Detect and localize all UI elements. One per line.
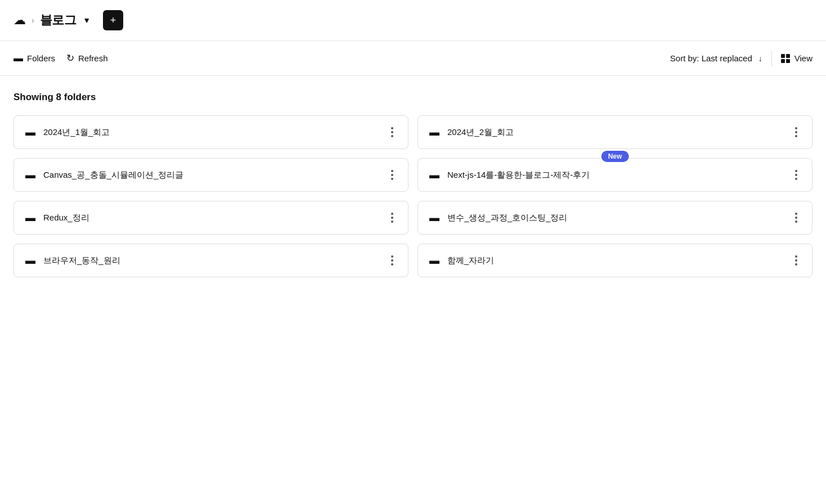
chevron-down-icon[interactable]: ▼	[83, 16, 91, 25]
toolbar-divider	[771, 51, 772, 66]
folder-left: ▬변수_생성_과정_호이스팅_정리	[429, 212, 567, 224]
folder-left: ▬Next-js-14를-활용한-블로그-제작-후기	[429, 169, 590, 181]
view-label: View	[794, 53, 812, 63]
add-folder-button[interactable]: +	[103, 10, 123, 30]
folder-left: ▬브라우저_동작_원리	[25, 255, 120, 267]
folder-icon: ▬	[429, 169, 439, 181]
more-options-button[interactable]	[792, 212, 801, 224]
folder-icon: ▬	[25, 212, 35, 224]
folders-grid: ▬2024년_1월_회고▬2024년_2월_회고▬Canvas_공_충돌_시뮬레…	[14, 115, 812, 277]
sort-button[interactable]: Sort by: Last replaced ↓	[670, 51, 762, 65]
folder-icon: ▬	[429, 212, 439, 224]
folder-item[interactable]: ▬함께_자라기	[418, 244, 812, 277]
folder-name: 2024년_1월_회고	[43, 127, 110, 138]
folder-icon: ▬	[429, 127, 439, 138]
folder-left: ▬2024년_1월_회고	[25, 127, 110, 138]
refresh-button[interactable]: ↻ Refresh	[66, 50, 108, 66]
sort-label: Sort by: Last replaced	[670, 53, 752, 63]
toolbar: ▬ Folders ↻ Refresh Sort by: Last replac…	[0, 41, 826, 76]
folder-item[interactable]: ▬2024년_1월_회고	[14, 115, 408, 149]
folder-name: 브라우저_동작_원리	[43, 255, 120, 266]
folder-item[interactable]: ▬변수_생성_과정_호이스팅_정리	[418, 201, 812, 235]
grid-view-icon	[781, 54, 790, 63]
more-options-button[interactable]	[792, 254, 801, 267]
folders-label: Folders	[27, 53, 55, 63]
breadcrumb-title: 블로그	[40, 12, 77, 29]
toolbar-left: ▬ Folders ↻ Refresh	[14, 50, 659, 66]
more-options-button[interactable]	[792, 169, 801, 181]
folders-button[interactable]: ▬ Folders	[14, 51, 55, 66]
folder-name: Redux_정리	[43, 213, 89, 223]
cloud-icon[interactable]: ☁	[14, 13, 26, 28]
folder-icon: ▬	[25, 127, 35, 138]
folder-name: Next-js-14를-활용한-블로그-제작-후기	[447, 170, 590, 181]
breadcrumb-separator: ›	[32, 16, 34, 25]
more-options-button[interactable]	[388, 212, 397, 224]
folder-item[interactable]: ▬2024년_2월_회고	[418, 115, 812, 149]
folder-item[interactable]: New▬Next-js-14를-활용한-블로그-제작-후기	[418, 158, 812, 192]
folder-item[interactable]: ▬Canvas_공_충돌_시뮬레이션_정리글	[14, 158, 408, 192]
folder-item[interactable]: ▬브라우저_동작_원리	[14, 244, 408, 277]
sort-arrow-icon: ↓	[758, 54, 762, 63]
folder-name: 함께_자라기	[447, 255, 494, 266]
more-options-button[interactable]	[388, 169, 397, 181]
more-options-button[interactable]	[388, 126, 397, 138]
folder-left: ▬Canvas_공_충돌_시뮬레이션_정리글	[25, 169, 183, 181]
top-nav: ☁ › 블로그 ▼ +	[0, 0, 826, 41]
add-icon: +	[110, 15, 116, 26]
folder-icon: ▬	[429, 255, 439, 267]
folder-left: ▬함께_자라기	[429, 255, 494, 267]
new-badge: New	[601, 151, 629, 162]
main-content: Showing 8 folders ▬2024년_1월_회고▬2024년_2월_…	[0, 76, 826, 293]
refresh-label: Refresh	[78, 53, 108, 63]
folder-item[interactable]: ▬Redux_정리	[14, 201, 408, 235]
folder-icon: ▬	[25, 255, 35, 267]
folder-name: Canvas_공_충돌_시뮬레이션_정리글	[43, 170, 183, 181]
folder-left: ▬Redux_정리	[25, 212, 89, 224]
folder-icon: ▬	[14, 53, 23, 64]
folder-name: 변수_생성_과정_호이스팅_정리	[447, 213, 567, 223]
more-options-button[interactable]	[388, 254, 397, 267]
toolbar-right: Sort by: Last replaced ↓ View	[670, 51, 812, 66]
refresh-icon: ↻	[66, 52, 74, 64]
view-button[interactable]: View	[781, 53, 812, 63]
more-options-button[interactable]	[792, 126, 801, 138]
folder-icon: ▬	[25, 169, 35, 181]
folder-left: ▬2024년_2월_회고	[429, 127, 514, 138]
folder-name: 2024년_2월_회고	[447, 127, 514, 138]
section-title: Showing 8 folders	[14, 92, 812, 103]
